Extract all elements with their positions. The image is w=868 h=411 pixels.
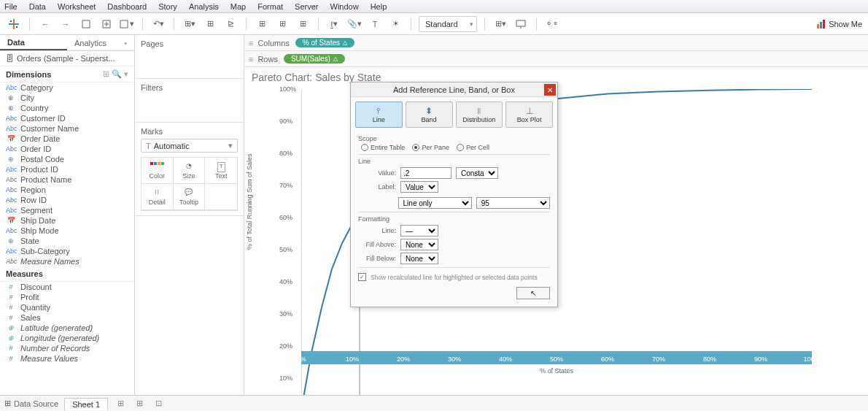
- rows-shelf[interactable]: ≡Rows SUM(Sales)△: [244, 51, 868, 67]
- menu-format[interactable]: Format: [257, 2, 283, 11]
- field-product-name[interactable]: AbcProduct Name: [0, 174, 134, 185]
- menu-analysis[interactable]: Analysis: [189, 2, 219, 11]
- menu-map[interactable]: Map: [230, 2, 246, 11]
- menu-file[interactable]: File: [4, 2, 18, 11]
- value-type-select[interactable]: Constant: [456, 167, 498, 179]
- new-story-icon[interactable]: ⊡: [152, 398, 165, 410]
- field-postal-code[interactable]: ⊕Postal Code: [0, 154, 134, 164]
- dlgtab-distribution[interactable]: ⫴Distribution: [456, 101, 503, 128]
- field-category[interactable]: AbcCategory: [0, 82, 134, 93]
- field-product-id[interactable]: AbcProduct ID: [0, 164, 134, 174]
- ytick: 10%: [279, 374, 292, 382]
- close-icon[interactable]: ✕: [544, 84, 556, 96]
- tab-analytics[interactable]: Analytics•: [67, 35, 134, 50]
- columns-pill[interactable]: % of States△: [295, 38, 354, 47]
- field-sub-category[interactable]: AbcSub-Category: [0, 246, 134, 256]
- tab-data[interactable]: Data: [0, 35, 67, 50]
- menu-server[interactable]: Server: [295, 2, 318, 11]
- sort-desc-icon[interactable]: ⊵: [222, 16, 239, 32]
- show-me-button[interactable]: Show Me: [817, 20, 862, 28]
- showmark-icon[interactable]: ⊞: [274, 16, 290, 32]
- menubar: FileDataWorksheetDashboardStoryAnalysisM…: [0, 0, 868, 13]
- menu-dashboard[interactable]: Dashboard: [107, 2, 147, 11]
- field-customer-id[interactable]: AbcCustomer ID: [0, 113, 134, 123]
- save-icon[interactable]: [78, 16, 94, 32]
- cards-icon[interactable]: ⊞▾: [492, 16, 508, 32]
- sort-asc-icon[interactable]: ⊞: [202, 16, 218, 32]
- text-shelf[interactable]: TText: [205, 158, 237, 184]
- new-dashboard-icon[interactable]: ⊞: [133, 398, 146, 410]
- dlgtab-band[interactable]: ⬍Band: [406, 101, 453, 128]
- field-measure-values[interactable]: #Measure Values: [0, 353, 134, 364]
- fix-icon[interactable]: ✶: [387, 16, 403, 32]
- menu-story[interactable]: Story: [158, 2, 177, 11]
- x-axis-label: % of States: [540, 367, 573, 374]
- value-input[interactable]: [400, 167, 452, 179]
- menu-data[interactable]: Data: [29, 2, 46, 11]
- field-order-id[interactable]: AbcOrder ID: [0, 144, 134, 154]
- sheet-tab[interactable]: Sheet 1: [64, 398, 108, 410]
- menu-window[interactable]: Window: [330, 2, 359, 11]
- new-datasource-icon[interactable]: [98, 16, 115, 32]
- field-city[interactable]: ⊕City: [0, 93, 134, 103]
- field-country[interactable]: ⊕Country: [0, 103, 134, 113]
- mark-type-dropdown[interactable]: TAutomatic▾: [141, 139, 238, 153]
- scope-entire-table[interactable]: Entire Table: [361, 144, 405, 151]
- fit-dropdown[interactable]: Standard: [419, 16, 477, 32]
- ok-button[interactable]: ↖: [516, 287, 550, 299]
- field-latitude-generated-[interactable]: ⊕Latitude (generated): [0, 323, 134, 333]
- highlight-icon[interactable]: ℓ▾: [326, 16, 342, 32]
- labels-icon[interactable]: ⊞: [295, 16, 311, 32]
- text-icon[interactable]: T: [367, 16, 383, 32]
- field-quantity[interactable]: #Quantity: [0, 302, 134, 312]
- datasource-tab[interactable]: ⊞ Data Source: [4, 399, 58, 408]
- menu-worksheet[interactable]: Worksheet: [58, 2, 96, 11]
- fill-below-select[interactable]: None: [400, 253, 438, 264]
- dlgtab-line[interactable]: ⫯Line: [355, 101, 403, 128]
- dlgtab-box-plot[interactable]: ⊥Box Plot: [505, 101, 553, 128]
- field-longitude-generated-[interactable]: ⊕Longitude (generated): [0, 333, 134, 343]
- pin-icon[interactable]: 📎▾: [346, 16, 363, 32]
- field-profit[interactable]: #Profit: [0, 292, 134, 302]
- present-icon[interactable]: [513, 16, 529, 32]
- tooltip-shelf[interactable]: 💬Tooltip: [174, 184, 206, 210]
- detail-shelf[interactable]: ⁝⁝Detail: [142, 184, 174, 210]
- new-worksheet-icon[interactable]: ⊞: [114, 398, 127, 410]
- back-icon[interactable]: ←: [37, 16, 53, 32]
- menu-help[interactable]: Help: [371, 2, 387, 11]
- field-measure-names[interactable]: AbcMeasure Names: [0, 256, 134, 266]
- fill-above-select[interactable]: None: [400, 239, 438, 250]
- rows-pill[interactable]: SUM(Sales)△: [284, 54, 345, 64]
- field-order-date[interactable]: 📅Order Date: [0, 134, 134, 144]
- field-segment[interactable]: AbcSegment: [0, 205, 134, 215]
- scope-per-pane[interactable]: Per Pane: [412, 144, 449, 151]
- field-region[interactable]: AbcRegion: [0, 185, 134, 195]
- undo-icon[interactable]: ↶▾: [150, 16, 166, 32]
- field-state[interactable]: ⊕State: [0, 236, 134, 246]
- swap-icon[interactable]: ⊞▾: [182, 16, 198, 32]
- field-ship-date[interactable]: 📅Ship Date: [0, 215, 134, 226]
- color-shelf[interactable]: Color: [142, 158, 174, 184]
- share-icon[interactable]: ⚬⚬: [544, 16, 560, 32]
- columns-shelf[interactable]: ≡Columns % of States△: [244, 35, 868, 51]
- line-style-select[interactable]: —: [400, 225, 438, 237]
- new-sheet-icon[interactable]: ▾: [119, 16, 135, 32]
- confidence-select[interactable]: 95: [476, 197, 550, 209]
- ytick: 90%: [279, 118, 292, 125]
- field-row-id[interactable]: AbcRow ID: [0, 195, 134, 205]
- forward-icon[interactable]: →: [58, 16, 74, 32]
- dimensions-header: Dimensions ⊞ 🔍 ▾: [0, 66, 134, 82]
- field-sales[interactable]: #Sales: [0, 312, 134, 323]
- recalc-checkbox[interactable]: ✓: [358, 273, 366, 281]
- field-customer-name[interactable]: AbcCustomer Name: [0, 123, 134, 134]
- field-discount[interactable]: #Discount: [0, 282, 134, 292]
- scope-per-cell[interactable]: Per Cell: [457, 144, 489, 151]
- field-number-of-records[interactable]: #Number of Records: [0, 343, 134, 353]
- field-ship-mode[interactable]: AbcShip Mode: [0, 226, 134, 236]
- lineonly-select[interactable]: Line only: [398, 197, 472, 209]
- label-select[interactable]: Value: [400, 181, 438, 193]
- group-icon[interactable]: ⊞: [254, 16, 270, 32]
- size-shelf[interactable]: ◔Size: [174, 158, 206, 184]
- datasource-item[interactable]: 🗄 Orders (Sample - Superst...: [0, 51, 134, 66]
- tableau-logo-icon[interactable]: [6, 16, 22, 32]
